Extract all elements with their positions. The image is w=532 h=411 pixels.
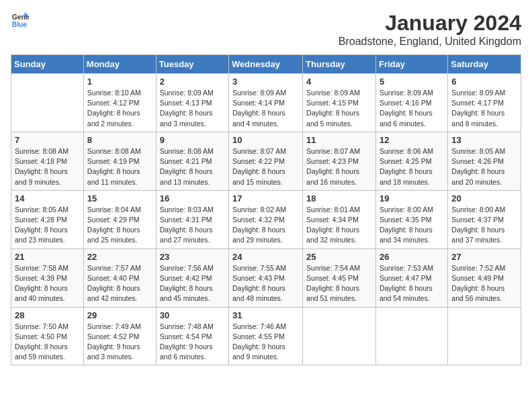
day-number: 1 xyxy=(87,77,152,87)
calendar-day-cell: 17Sunrise: 8:02 AMSunset: 4:32 PMDayligh… xyxy=(229,190,303,248)
calendar-day-cell: 27Sunrise: 7:52 AMSunset: 4:49 PMDayligh… xyxy=(448,248,521,307)
calendar-day-cell: 3Sunrise: 8:09 AMSunset: 4:14 PMDaylight… xyxy=(229,74,303,132)
calendar-day-cell xyxy=(11,74,84,132)
day-of-week-header: Monday xyxy=(83,55,156,74)
calendar-day-cell: 30Sunrise: 7:48 AMSunset: 4:54 PMDayligh… xyxy=(156,307,228,365)
day-info: Sunrise: 8:09 AMSunset: 4:16 PMDaylight:… xyxy=(380,88,444,129)
day-info: Sunrise: 7:56 AMSunset: 4:42 PMDaylight:… xyxy=(160,263,225,304)
day-number: 8 xyxy=(87,135,152,145)
calendar-day-cell: 28Sunrise: 7:50 AMSunset: 4:50 PMDayligh… xyxy=(11,307,84,365)
logo: General Blue xyxy=(11,11,30,30)
day-info: Sunrise: 8:06 AMSunset: 4:25 PMDaylight:… xyxy=(380,146,444,187)
page-header: General Blue January 2024 Broadstone, En… xyxy=(11,11,521,48)
day-number: 27 xyxy=(451,252,517,262)
day-of-week-header: Saturday xyxy=(448,55,521,74)
day-of-week-header: Friday xyxy=(375,55,447,74)
day-number: 16 xyxy=(160,193,225,203)
day-info: Sunrise: 7:53 AMSunset: 4:47 PMDaylight:… xyxy=(380,263,444,304)
day-info: Sunrise: 7:46 AMSunset: 4:55 PMDaylight:… xyxy=(232,322,299,363)
day-info: Sunrise: 8:09 AMSunset: 4:17 PMDaylight:… xyxy=(451,88,517,129)
calendar-day-cell: 31Sunrise: 7:46 AMSunset: 4:55 PMDayligh… xyxy=(229,307,303,365)
calendar-day-cell: 9Sunrise: 8:08 AMSunset: 4:21 PMDaylight… xyxy=(156,132,228,190)
calendar-day-cell: 2Sunrise: 8:09 AMSunset: 4:13 PMDaylight… xyxy=(156,74,228,132)
calendar-week-row: 28Sunrise: 7:50 AMSunset: 4:50 PMDayligh… xyxy=(11,307,521,365)
day-number: 21 xyxy=(15,252,80,262)
calendar-day-cell: 11Sunrise: 8:07 AMSunset: 4:23 PMDayligh… xyxy=(303,132,376,190)
calendar-day-cell: 25Sunrise: 7:54 AMSunset: 4:45 PMDayligh… xyxy=(303,248,376,307)
calendar-day-cell: 7Sunrise: 8:08 AMSunset: 4:18 PMDaylight… xyxy=(11,132,84,190)
calendar-day-cell: 23Sunrise: 7:56 AMSunset: 4:42 PMDayligh… xyxy=(156,248,228,307)
day-info: Sunrise: 8:08 AMSunset: 4:21 PMDaylight:… xyxy=(160,146,225,187)
day-info: Sunrise: 8:03 AMSunset: 4:31 PMDaylight:… xyxy=(160,205,225,246)
day-info: Sunrise: 8:04 AMSunset: 4:29 PMDaylight:… xyxy=(87,205,152,246)
day-info: Sunrise: 8:00 AMSunset: 4:35 PMDaylight:… xyxy=(380,205,444,246)
day-number: 13 xyxy=(451,135,517,145)
day-of-week-header: Wednesday xyxy=(229,55,303,74)
day-number: 22 xyxy=(87,252,152,262)
calendar-header-row: SundayMondayTuesdayWednesdayThursdayFrid… xyxy=(11,55,521,74)
day-number: 11 xyxy=(306,135,372,145)
day-number: 7 xyxy=(15,135,80,145)
calendar-table: SundayMondayTuesdayWednesdayThursdayFrid… xyxy=(11,54,521,365)
day-info: Sunrise: 8:01 AMSunset: 4:34 PMDaylight:… xyxy=(306,205,372,246)
day-info: Sunrise: 8:08 AMSunset: 4:18 PMDaylight:… xyxy=(15,146,80,187)
day-number: 23 xyxy=(160,252,225,262)
month-year-title: January 2024 xyxy=(339,11,521,36)
calendar-day-cell: 4Sunrise: 8:09 AMSunset: 4:15 PMDaylight… xyxy=(303,74,376,132)
day-of-week-header: Tuesday xyxy=(156,55,228,74)
calendar-week-row: 1Sunrise: 8:10 AMSunset: 4:12 PMDaylight… xyxy=(11,74,521,132)
day-info: Sunrise: 8:00 AMSunset: 4:37 PMDaylight:… xyxy=(451,205,517,246)
calendar-day-cell xyxy=(375,307,447,365)
day-info: Sunrise: 8:10 AMSunset: 4:12 PMDaylight:… xyxy=(87,88,152,129)
day-number: 19 xyxy=(380,193,444,203)
day-info: Sunrise: 8:07 AMSunset: 4:22 PMDaylight:… xyxy=(232,146,299,187)
svg-text:Blue: Blue xyxy=(12,21,28,28)
day-info: Sunrise: 8:09 AMSunset: 4:14 PMDaylight:… xyxy=(232,88,299,129)
day-info: Sunrise: 7:54 AMSunset: 4:45 PMDaylight:… xyxy=(306,263,372,304)
day-number: 30 xyxy=(160,310,225,320)
day-info: Sunrise: 8:09 AMSunset: 4:15 PMDaylight:… xyxy=(306,88,372,129)
title-block: January 2024 Broadstone, England, United… xyxy=(339,11,521,48)
day-of-week-header: Sunday xyxy=(11,55,84,74)
day-info: Sunrise: 7:57 AMSunset: 4:40 PMDaylight:… xyxy=(87,263,152,304)
day-info: Sunrise: 7:55 AMSunset: 4:43 PMDaylight:… xyxy=(232,263,299,304)
day-number: 15 xyxy=(87,193,152,203)
day-info: Sunrise: 7:52 AMSunset: 4:49 PMDaylight:… xyxy=(451,263,517,304)
day-number: 18 xyxy=(306,193,372,203)
calendar-day-cell: 8Sunrise: 8:08 AMSunset: 4:19 PMDaylight… xyxy=(83,132,156,190)
day-number: 6 xyxy=(451,77,517,87)
calendar-day-cell: 6Sunrise: 8:09 AMSunset: 4:17 PMDaylight… xyxy=(448,74,521,132)
calendar-week-row: 14Sunrise: 8:05 AMSunset: 4:28 PMDayligh… xyxy=(11,190,521,248)
day-number: 17 xyxy=(232,193,299,203)
logo-icon: General Blue xyxy=(11,11,30,30)
calendar-week-row: 7Sunrise: 8:08 AMSunset: 4:18 PMDaylight… xyxy=(11,132,521,190)
calendar-day-cell: 18Sunrise: 8:01 AMSunset: 4:34 PMDayligh… xyxy=(303,190,376,248)
day-info: Sunrise: 8:05 AMSunset: 4:26 PMDaylight:… xyxy=(451,146,517,187)
day-number: 2 xyxy=(160,77,225,87)
day-number: 10 xyxy=(232,135,299,145)
day-info: Sunrise: 8:07 AMSunset: 4:23 PMDaylight:… xyxy=(306,146,372,187)
calendar-day-cell: 24Sunrise: 7:55 AMSunset: 4:43 PMDayligh… xyxy=(229,248,303,307)
day-info: Sunrise: 8:05 AMSunset: 4:28 PMDaylight:… xyxy=(15,205,80,246)
day-info: Sunrise: 7:50 AMSunset: 4:50 PMDaylight:… xyxy=(15,322,80,363)
calendar-day-cell: 26Sunrise: 7:53 AMSunset: 4:47 PMDayligh… xyxy=(375,248,447,307)
calendar-day-cell: 21Sunrise: 7:58 AMSunset: 4:39 PMDayligh… xyxy=(11,248,84,307)
calendar-day-cell: 22Sunrise: 7:57 AMSunset: 4:40 PMDayligh… xyxy=(83,248,156,307)
day-number: 12 xyxy=(380,135,444,145)
day-number: 3 xyxy=(232,77,299,87)
day-info: Sunrise: 8:09 AMSunset: 4:13 PMDaylight:… xyxy=(160,88,225,129)
day-info: Sunrise: 8:08 AMSunset: 4:19 PMDaylight:… xyxy=(87,146,152,187)
day-number: 31 xyxy=(232,310,299,320)
calendar-day-cell: 1Sunrise: 8:10 AMSunset: 4:12 PMDaylight… xyxy=(83,74,156,132)
day-number: 20 xyxy=(451,193,517,203)
day-number: 29 xyxy=(87,310,152,320)
calendar-week-row: 21Sunrise: 7:58 AMSunset: 4:39 PMDayligh… xyxy=(11,248,521,307)
calendar-day-cell: 14Sunrise: 8:05 AMSunset: 4:28 PMDayligh… xyxy=(11,190,84,248)
day-info: Sunrise: 7:48 AMSunset: 4:54 PMDaylight:… xyxy=(160,322,225,363)
location-subtitle: Broadstone, England, United Kingdom xyxy=(339,36,521,48)
day-info: Sunrise: 7:58 AMSunset: 4:39 PMDaylight:… xyxy=(15,263,80,304)
calendar-day-cell xyxy=(448,307,521,365)
day-number: 28 xyxy=(15,310,80,320)
day-info: Sunrise: 8:02 AMSunset: 4:32 PMDaylight:… xyxy=(232,205,299,246)
day-number: 25 xyxy=(306,252,372,262)
